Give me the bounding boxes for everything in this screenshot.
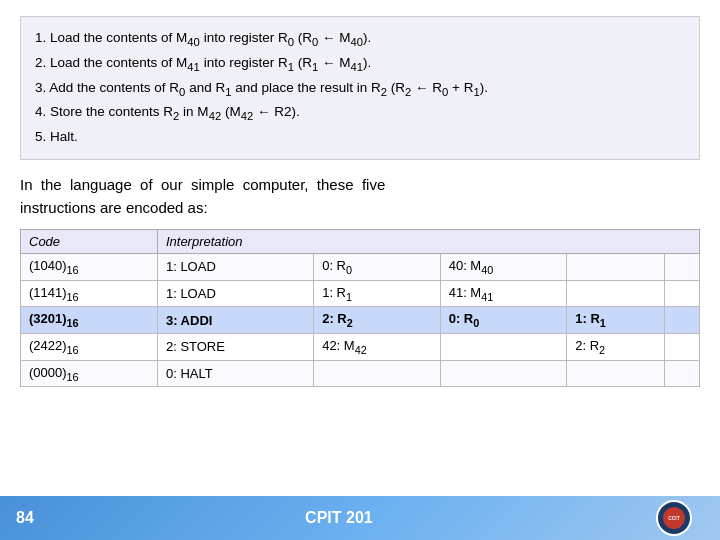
interp-cell <box>665 333 700 360</box>
encoding-table: Code Interpretation (1040)16 1: LOAD 0: … <box>20 229 700 387</box>
interp-cell: 40: M40 <box>440 254 567 281</box>
logo-inner: CCIT <box>663 507 685 529</box>
footer: 84 CPIT 201 CCIT <box>0 496 720 540</box>
code-cell: (0000)16 <box>21 360 158 387</box>
col-code: Code <box>21 230 158 254</box>
university-logo: CCIT <box>644 499 704 537</box>
interp-cell: 42: M42 <box>314 333 441 360</box>
page-number: 84 <box>16 509 34 527</box>
table-header-row: Code Interpretation <box>21 230 700 254</box>
instruction-line-5: 5. Halt. <box>35 126 685 149</box>
logo-circle: CCIT <box>656 500 692 536</box>
instructions-box: 1. Load the contents of M40 into registe… <box>20 16 700 160</box>
interp-cell: 3: ADDI <box>157 307 313 334</box>
instruction-line-1: 1. Load the contents of M40 into registe… <box>35 27 685 52</box>
table-row: (3201)16 3: ADDI 2: R2 0: R0 1: R1 <box>21 307 700 334</box>
interp-cell: 41: M41 <box>440 280 567 307</box>
interp-cell <box>314 360 441 387</box>
logo-text: CCIT <box>668 515 680 521</box>
interp-cell <box>665 254 700 281</box>
code-cell: (1141)16 <box>21 280 158 307</box>
interp-cell <box>567 280 665 307</box>
instruction-line-3: 3. Add the contents of R0 and R1 and pla… <box>35 77 685 102</box>
interp-cell <box>440 360 567 387</box>
interp-cell <box>665 280 700 307</box>
interp-cell: 0: HALT <box>157 360 313 387</box>
interp-cell: 2: R2 <box>314 307 441 334</box>
interp-cell <box>440 333 567 360</box>
interp-cell: 1: R1 <box>567 307 665 334</box>
col-interpretation: Interpretation <box>157 230 699 254</box>
interp-cell: 0: R0 <box>440 307 567 334</box>
main-content: 1. Load the contents of M40 into registe… <box>0 0 720 387</box>
table-row: (1040)16 1: LOAD 0: R0 40: M40 <box>21 254 700 281</box>
interp-cell: 1: R1 <box>314 280 441 307</box>
interp-cell: 2: R2 <box>567 333 665 360</box>
instruction-line-2: 2. Load the contents of M41 into registe… <box>35 52 685 77</box>
interp-cell: 1: LOAD <box>157 254 313 281</box>
interp-cell <box>567 360 665 387</box>
instruction-line-4: 4. Store the contents R2 in M42 (M42 ← R… <box>35 101 685 126</box>
interp-cell: 0: R0 <box>314 254 441 281</box>
code-cell: (3201)16 <box>21 307 158 334</box>
table-row: (1141)16 1: LOAD 1: R1 41: M41 <box>21 280 700 307</box>
course-label: CPIT 201 <box>305 509 373 527</box>
interp-cell <box>665 360 700 387</box>
interp-cell <box>665 307 700 334</box>
interp-cell: 1: LOAD <box>157 280 313 307</box>
word-these: these <box>317 176 354 193</box>
intro-text: In the language of our simple computer, … <box>20 174 700 219</box>
code-cell: (2422)16 <box>21 333 158 360</box>
code-cell: (1040)16 <box>21 254 158 281</box>
table-row: (2422)16 2: STORE 42: M42 2: R2 <box>21 333 700 360</box>
interp-cell <box>567 254 665 281</box>
table-row: (0000)16 0: HALT <box>21 360 700 387</box>
interp-cell: 2: STORE <box>157 333 313 360</box>
word-of: of <box>140 176 153 193</box>
